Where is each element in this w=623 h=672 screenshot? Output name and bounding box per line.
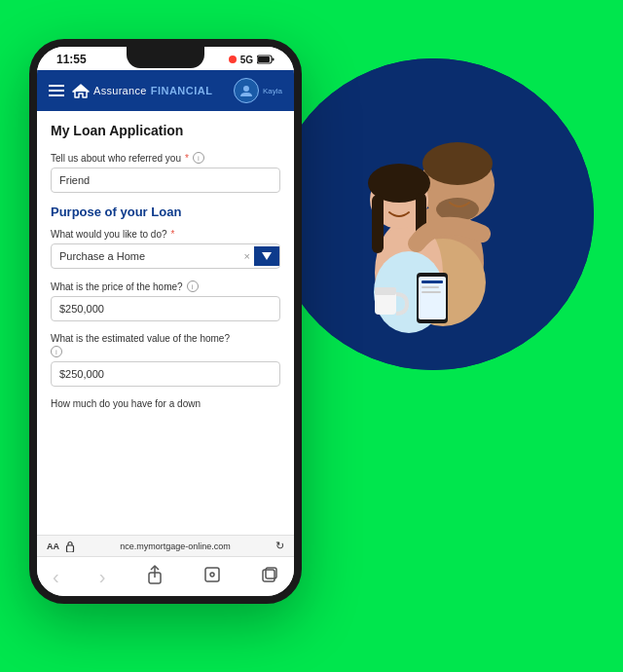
user-avatar[interactable] (234, 78, 259, 103)
user-name-label: Kayla (263, 87, 282, 95)
lock-icon (65, 541, 75, 552)
page-title: My Loan Application (51, 123, 280, 138)
svg-marker-23 (73, 85, 89, 92)
network-type: 5G (240, 55, 253, 65)
home-price-info-icon[interactable]: i (187, 280, 199, 292)
home-value-group: What is the estimated value of the home?… (51, 333, 280, 387)
user-icon (239, 84, 253, 97)
loan-purpose-group: What would you like to do? * Purchase a … (51, 229, 280, 269)
brand-name-financial: FINANCIAL (151, 85, 213, 96)
referral-label: Tell us about who referred you * i (51, 152, 280, 164)
loan-purpose-select[interactable]: Purchase a Home × (51, 243, 280, 269)
home-price-group: What is the price of the home? i (51, 280, 280, 321)
referral-input[interactable] (51, 168, 280, 193)
home-value-info-icon[interactable]: i (51, 346, 62, 357)
hamburger-menu[interactable] (49, 85, 64, 96)
svg-rect-30 (263, 570, 275, 581)
svg-rect-21 (273, 58, 275, 61)
home-value-info-row: i (51, 346, 280, 357)
home-value-label: What is the estimated value of the home? (51, 333, 280, 344)
loan-purpose-label: What would you like to do? * (51, 229, 280, 240)
svg-rect-28 (205, 568, 219, 581)
required-indicator-2: * (171, 229, 175, 240)
svg-rect-20 (258, 56, 270, 62)
bookmarks-icon (203, 566, 221, 583)
phone-screen: 11:55 5G (29, 39, 302, 604)
forward-button[interactable]: › (93, 564, 112, 590)
svg-marker-25 (262, 252, 272, 260)
svg-rect-26 (67, 545, 74, 552)
navbar-left: Assurance FINANCIAL (49, 83, 212, 98)
home-value-input[interactable] (51, 361, 280, 387)
svg-rect-18 (375, 287, 396, 295)
phone-mockup: 11:55 5G (29, 39, 302, 604)
bookmarks-button[interactable] (198, 564, 227, 589)
home-price-label: What is the price of the home? i (51, 280, 280, 292)
form-content: My Loan Application Tell us about who re… (37, 111, 294, 535)
reload-button[interactable]: ↻ (275, 540, 284, 552)
chevron-down-icon (262, 252, 272, 260)
down-payment-label: How much do you have for a down (51, 398, 280, 409)
browser-bar: AA nce.mymortgage-online.com ↻ (37, 535, 294, 556)
battery-icon (257, 55, 275, 64)
couple-photo-circle (273, 58, 594, 370)
brand-logo: Assurance FINANCIAL (72, 83, 212, 98)
home-price-input[interactable] (51, 296, 280, 321)
svg-rect-9 (372, 195, 384, 253)
down-payment-group: How much do you have for a down (51, 398, 280, 409)
share-icon (146, 565, 164, 584)
required-indicator: * (185, 153, 189, 164)
status-icons: 5G (229, 55, 275, 65)
tabs-icon (261, 566, 278, 583)
share-button[interactable] (140, 563, 169, 590)
referral-info-icon[interactable]: i (193, 152, 204, 164)
svg-rect-14 (421, 280, 443, 283)
svg-point-29 (210, 573, 214, 577)
svg-rect-15 (421, 286, 439, 288)
select-clear-btn[interactable]: × (240, 244, 254, 268)
brand-name-assurance: Assurance (93, 85, 147, 96)
browser-nav-bar: ‹ › (37, 556, 294, 596)
browser-url: nce.mymortgage-online.com (81, 541, 270, 551)
svg-point-24 (243, 86, 249, 92)
back-button[interactable]: ‹ (47, 564, 65, 590)
brand-house-icon (72, 83, 90, 98)
phone-notch (127, 47, 204, 68)
text-size-control[interactable]: AA (47, 541, 59, 551)
signal-indicator (229, 56, 237, 63)
svg-point-3 (422, 142, 493, 185)
tabs-button[interactable] (255, 564, 284, 589)
status-time: 11:55 (56, 53, 87, 66)
app-navbar: Assurance FINANCIAL Kayla (37, 70, 294, 111)
loan-purpose-value: Purchase a Home (52, 244, 240, 268)
referral-group: Tell us about who referred you * i (51, 152, 280, 193)
svg-rect-16 (421, 291, 441, 293)
select-dropdown-btn[interactable] (254, 246, 279, 266)
section-purpose-title: Purpose of your Loan (51, 205, 280, 219)
navbar-right: Kayla (234, 78, 282, 103)
